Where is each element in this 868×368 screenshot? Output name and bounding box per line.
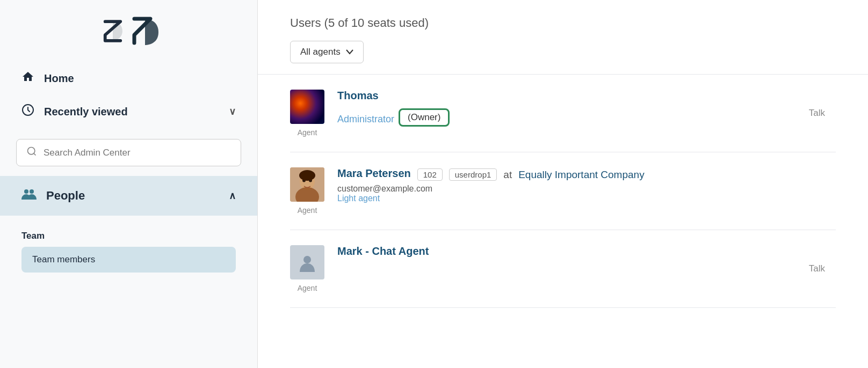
svg-point-1 [28,148,35,154]
user-info-mark: Mark - Chat Agent [337,245,796,260]
avatar [290,167,324,202]
agent-label: Agent [298,206,317,215]
user-role: Administrator [337,114,394,125]
user-list: Agent Thomas Administrator (Owner) Talk [258,75,868,308]
badge-userdrop1: userdrop1 [449,168,497,181]
home-label: Home [44,72,74,85]
owner-badge: (Owner) [399,108,450,127]
clock-icon [21,104,34,120]
home-icon [21,70,34,86]
team-label: Team [21,231,236,241]
at-text: at [503,169,512,181]
main-header: Users (5 of 10 seats used) All agents [258,0,868,75]
team-section: Team Team members [0,216,257,278]
user-talk: Talk [809,263,836,274]
zd-icon [129,16,161,46]
people-label: People [46,189,85,203]
svg-point-3 [24,189,28,194]
agent-label: Agent [298,128,317,137]
sidebar-item-recently-viewed[interactable]: Recently viewed ∨ [0,95,257,128]
people-chevron: ∧ [229,190,236,202]
filter-dropdown[interactable]: All agents [290,41,364,63]
avatar [290,90,324,124]
svg-line-2 [34,153,36,156]
svg-point-10 [299,170,315,181]
people-icon [21,188,37,204]
sidebar-item-people[interactable]: People ∧ [0,176,257,216]
user-role: Light agent [337,194,836,203]
user-info-thomas: Thomas Administrator (Owner) [337,90,796,127]
agent-label: Agent [298,284,317,292]
user-talk: Talk [809,108,836,119]
avatar-col-mara: Agent [290,167,324,215]
team-members-button[interactable]: Team members [21,247,236,273]
svg-point-11 [303,256,311,263]
svg-point-4 [30,189,34,194]
recently-viewed-chevron: ∨ [229,106,236,117]
zendesk-logo [97,18,129,45]
company-name: Equally Important Company [518,169,644,181]
badge-102: 102 [417,168,443,181]
avatar-col-thomas: Agent [290,90,324,137]
filter-chevron [346,47,353,57]
user-name: Mark - Chat Agent [337,245,429,257]
sidebar-item-home[interactable]: Home [0,62,257,95]
sidebar: Home Recently viewed ∨ People ∧ Team Tea… [0,0,258,368]
user-info-mara: Mara Petersen 102 userdrop1 at Equally I… [337,167,836,203]
user-name: Thomas [337,90,379,102]
avatar-col-mark: Agent [290,245,324,292]
search-icon [26,146,37,159]
table-row: Agent Mara Petersen 102 userdrop1 at Equ… [290,152,836,230]
avatar [290,245,324,279]
main-content: Users (5 of 10 seats used) All agents Ag… [258,0,868,368]
user-name: Mara Petersen [337,167,411,180]
table-row: Agent Thomas Administrator (Owner) Talk [290,75,836,152]
users-title: Users (5 of 10 seats used) [290,16,836,30]
logo-area [0,5,257,62]
user-email: customer@example.com [337,184,836,194]
search-input[interactable] [44,148,231,158]
recently-viewed-label: Recently viewed [44,106,128,118]
search-box [16,139,241,166]
table-row: Agent Mark - Chat Agent Talk [290,230,836,308]
filter-label: All agents [300,47,341,57]
